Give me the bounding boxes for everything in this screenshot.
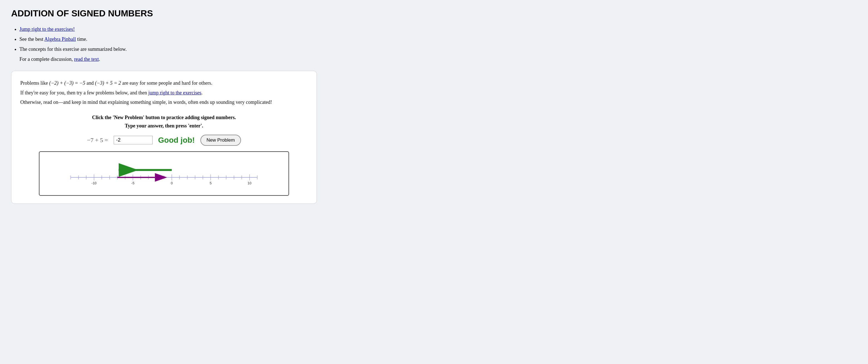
svg-text:-5: -5 xyxy=(131,181,134,185)
intro-item-3: The concepts for this exercise are summa… xyxy=(20,44,857,64)
exercises-link[interactable]: Jump right to the exercises! xyxy=(20,26,75,32)
example2: (−3) + 5 = 2 xyxy=(95,80,121,86)
intro-list: Jump right to the exercises! See the bes… xyxy=(11,24,857,64)
concept-box: Problems like (−2) + (−3) = −5 and (−3) … xyxy=(11,71,317,204)
algebra-pinball-link[interactable]: Algebra Pinball xyxy=(44,36,75,42)
page-title: ADDITION OF SIGNED NUMBERS xyxy=(11,8,857,19)
concept-text: Problems like (−2) + (−3) = −5 and (−3) … xyxy=(20,79,308,107)
answer-input[interactable] xyxy=(114,136,153,144)
number-line-svg: -10 -5 0 5 10 xyxy=(51,160,277,190)
svg-text:10: 10 xyxy=(248,181,251,185)
svg-text:5: 5 xyxy=(210,181,212,185)
new-problem-button[interactable]: New Problem xyxy=(200,135,241,146)
intro-item-3-line2-prefix: For a complete discussion, xyxy=(20,56,74,62)
intro-item-1[interactable]: Jump right to the exercises! xyxy=(20,24,857,34)
number-line-container: -10 -5 0 5 10 xyxy=(39,151,289,196)
intro-item-3-line1: The concepts for this exercise are summa… xyxy=(20,46,127,52)
problem-equation: −7 + 5 = xyxy=(87,137,108,144)
concept-line1: Problems like (−2) + (−3) = −5 and (−3) … xyxy=(20,79,308,88)
instruction-block: Click the 'New Problem' button to practi… xyxy=(20,113,308,130)
intro-item-2: See the best Algebra Pinball time. xyxy=(20,34,857,44)
problem-row: −7 + 5 = Good job! New Problem xyxy=(20,135,308,146)
read-text-link[interactable]: read the text xyxy=(74,56,99,62)
concept-line2: If they're easy for you, then try a few … xyxy=(20,89,308,97)
svg-text:0: 0 xyxy=(171,181,173,185)
svg-text:-10: -10 xyxy=(91,181,96,185)
feedback-label: Good job! xyxy=(158,136,195,145)
intro-item-3-suffix: . xyxy=(99,56,100,62)
instruction-line1: Click the 'New Problem' button to practi… xyxy=(20,113,308,122)
instruction-line2: Type your answer, then press 'enter'. xyxy=(20,122,308,130)
intro-item-2-suffix: time. xyxy=(76,36,87,42)
jump-exercises-link[interactable]: jump right to the exercises xyxy=(148,90,201,96)
concept-line3: Otherwise, read on—and keep in mind that… xyxy=(20,98,308,107)
intro-item-2-prefix: See the best xyxy=(20,36,44,42)
example1: (−2) + (−3) = −5 xyxy=(49,80,85,86)
